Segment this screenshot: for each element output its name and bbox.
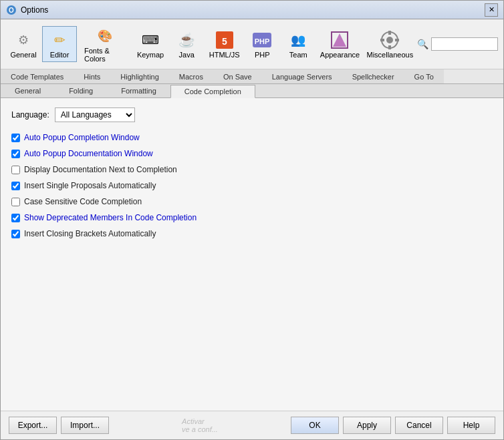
tab-formatting[interactable]: Formatting (107, 84, 170, 97)
tab-on-save[interactable]: On Save (213, 69, 262, 83)
palette-icon: 🎨 (94, 25, 116, 47)
checkbox-display-documentation: Display Documentation Next to Completion (11, 165, 493, 174)
checkbox-show-deprecated: Show Deprecated Members In Code Completi… (11, 213, 493, 222)
coffee-icon: ☕ (176, 29, 197, 51)
checkbox-display-documentation-label: Display Documentation Next to Completion (24, 165, 177, 174)
checkbox-insert-single-proposals-label: Insert Single Proposals Automatically (24, 181, 156, 190)
php-icon: PHP (251, 29, 273, 51)
checkbox-show-deprecated-input[interactable] (11, 214, 20, 222)
toolbar-team[interactable]: 👥 Team (281, 26, 316, 62)
gear-icon: ⚙ (13, 29, 34, 51)
toolbar-appearance[interactable]: Appearance (317, 26, 362, 62)
language-label: Language: (11, 110, 49, 120)
toolbar-editor-label: Editor (50, 51, 70, 59)
language-select[interactable]: All Languages (55, 107, 135, 122)
svg-rect-10 (388, 31, 391, 35)
toolbar-general-label: General (10, 51, 36, 59)
checkbox-case-sensitive: Case Sensitive Code Completion (11, 197, 493, 206)
toolbar-php-label: PHP (255, 51, 270, 59)
tab-go-to[interactable]: Go To (404, 69, 444, 83)
checkbox-show-deprecated-label: Show Deprecated Members In Code Completi… (24, 213, 197, 222)
checkbox-auto-popup-documentation-label: Auto Popup Documentation Window (24, 149, 153, 158)
toolbar: ⚙ General ✏ Editor 🎨 Fonts & Colors ⌨ Ke… (1, 19, 503, 69)
svg-rect-11 (388, 45, 391, 49)
tab-code-completion[interactable]: Code Completion (170, 85, 255, 98)
checkbox-auto-popup-documentation-input[interactable] (11, 150, 20, 158)
bottom-bar: Export... Import... Activarve a conf... … (1, 411, 503, 439)
toolbar-general[interactable]: ⚙ General (6, 26, 41, 62)
toolbar-fonts-colors-label: Fonts & Colors (84, 47, 126, 63)
cancel-button[interactable]: Cancel (395, 417, 443, 434)
tab-folding[interactable]: Folding (55, 84, 107, 97)
checkbox-case-sensitive-label: Case Sensitive Code Completion (24, 197, 142, 206)
toolbar-html-js-label: HTML/JS (209, 51, 240, 59)
svg-text:O: O (9, 7, 14, 14)
close-button[interactable]: ✕ (485, 3, 498, 17)
editor-icon: ✏ (49, 29, 70, 51)
toolbar-miscellaneous[interactable]: Miscellaneous (364, 26, 416, 62)
toolbar-keymap[interactable]: ⌨ Keymap (133, 26, 168, 62)
html-icon: 5 (214, 29, 235, 51)
checkbox-display-documentation-input[interactable] (11, 166, 20, 174)
tabs-row-2: General Folding Formatting Code Completi… (1, 84, 503, 98)
import-button[interactable]: Import... (61, 417, 109, 434)
checkbox-insert-closing-brackets: Insert Closing Brackets Automatically (11, 229, 493, 238)
toolbar-java-label: Java (179, 51, 195, 59)
options-window: O Options ✕ ⚙ General ✏ Editor 🎨 Fonts &… (0, 0, 504, 440)
tab-macros[interactable]: Macros (169, 69, 213, 83)
svg-text:PHP: PHP (255, 37, 270, 45)
title-bar: O Options ✕ (1, 1, 503, 19)
toolbar-html-js[interactable]: 5 HTML/JS (205, 26, 243, 62)
team-icon: 👥 (287, 29, 309, 51)
export-button[interactable]: Export... (9, 417, 57, 434)
checkbox-insert-closing-brackets-input[interactable] (11, 230, 20, 238)
toolbar-php[interactable]: PHP PHP (245, 26, 279, 62)
watermark: Activarve a conf... (182, 417, 218, 433)
tabs-row-1: Code Templates Hints Highlighting Macros… (1, 69, 503, 84)
checkbox-insert-single-proposals: Insert Single Proposals Automatically (11, 181, 493, 190)
svg-rect-13 (395, 39, 399, 41)
toolbar-editor[interactable]: ✏ Editor (42, 26, 77, 62)
language-row: Language: All Languages (11, 107, 493, 122)
keyboard-icon: ⌨ (140, 29, 161, 51)
svg-text:5: 5 (222, 36, 227, 47)
window-icon: O (6, 5, 17, 15)
tab-highlighting[interactable]: Highlighting (110, 69, 168, 83)
ok-button[interactable]: OK (291, 417, 339, 434)
help-button[interactable]: Help (447, 417, 495, 434)
checkbox-insert-single-proposals-input[interactable] (11, 182, 20, 190)
tab-code-templates[interactable]: Code Templates (1, 69, 74, 83)
search-input[interactable] (431, 37, 498, 51)
toolbar-appearance-label: Appearance (320, 51, 360, 59)
toolbar-java[interactable]: ☕ Java (169, 26, 204, 62)
search-area: 🔍 (417, 37, 498, 51)
toolbar-keymap-label: Keymap (137, 51, 164, 59)
apply-button[interactable]: Apply (343, 417, 391, 434)
tab-hints[interactable]: Hints (74, 69, 110, 83)
checkbox-insert-closing-brackets-label: Insert Closing Brackets Automatically (24, 229, 156, 238)
window-title: Options (21, 5, 48, 15)
svg-point-9 (386, 37, 393, 43)
toolbar-fonts-colors[interactable]: 🎨 Fonts & Colors (78, 22, 132, 66)
toolbar-team-label: Team (289, 51, 307, 59)
svg-rect-12 (380, 39, 384, 41)
search-icon: 🔍 (417, 39, 428, 49)
checkbox-auto-popup-documentation: Auto Popup Documentation Window (11, 149, 493, 158)
checkbox-auto-popup-completion-input[interactable] (11, 134, 20, 142)
checkbox-case-sensitive-input[interactable] (11, 198, 20, 206)
checkbox-auto-popup-completion: Auto Popup Completion Window (11, 133, 493, 142)
svg-marker-7 (333, 33, 346, 47)
content-area: Language: All Languages Auto Popup Compl… (1, 98, 503, 411)
tab-spellchecker[interactable]: Spellchecker (342, 69, 404, 83)
tab-general[interactable]: General (1, 84, 55, 97)
checkbox-auto-popup-completion-label: Auto Popup Completion Window (24, 133, 140, 142)
miscellaneous-icon (379, 29, 400, 51)
appearance-icon (329, 29, 350, 51)
toolbar-miscellaneous-label: Miscellaneous (366, 51, 413, 59)
tab-language-servers[interactable]: Language Servers (262, 69, 342, 83)
